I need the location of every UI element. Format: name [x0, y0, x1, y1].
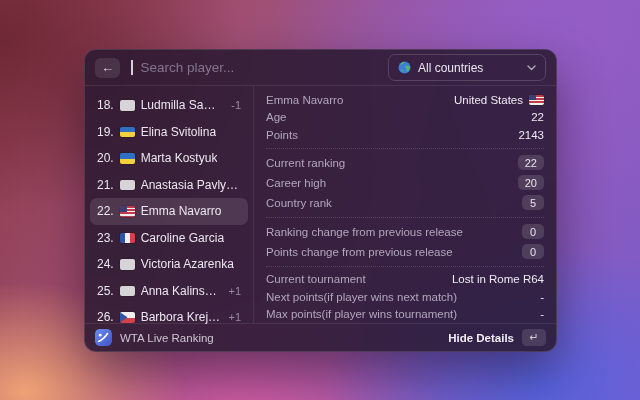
search-input[interactable]: Search player... [141, 60, 235, 75]
player-row[interactable]: 23.Caroline Garcia [90, 225, 248, 252]
back-button[interactable]: ← [95, 58, 120, 78]
text-cursor [131, 60, 133, 75]
hide-details-label: Hide Details [448, 332, 514, 344]
flag-neutral-icon [120, 259, 135, 270]
flag-ua-icon [120, 127, 135, 138]
detail-label: Points [266, 129, 298, 141]
rank-delta: +1 [228, 285, 241, 297]
flag-us-icon [529, 95, 544, 106]
detail-label: Emma Navarro [266, 94, 343, 106]
detail-value: United States [454, 94, 544, 106]
detail-label: Career high [266, 177, 326, 189]
flag-neutral-icon [120, 286, 135, 297]
section-divider [266, 266, 544, 267]
player-name: Marta Kostyuk [141, 151, 218, 165]
detail-row: Current tournamentLost in Rome R64 [266, 271, 544, 289]
detail-row: Age22 [266, 109, 544, 127]
detail-value-text: Lost in Rome R64 [452, 273, 544, 285]
player-row[interactable]: 18.Ludmilla Samsonova-1 [90, 92, 248, 119]
detail-label: Ranking change from previous release [266, 226, 463, 238]
enter-key-icon: ↵ [522, 329, 546, 346]
detail-value: - [540, 308, 544, 320]
main-content: 18.Ludmilla Samsonova-119.Elina Svitolin… [85, 86, 556, 323]
detail-value: 22 [531, 111, 544, 123]
rank-delta: -1 [231, 99, 241, 111]
wta-live-ranking-window: ← Search player... All countries 18.Ludm… [84, 49, 557, 352]
detail-value-badge: 22 [518, 155, 544, 170]
detail-row: Career high20 [266, 173, 544, 193]
section-divider [266, 148, 544, 149]
detail-label: Points change from previous release [266, 246, 453, 258]
flag-cz-icon [120, 312, 135, 323]
detail-label: Next points(if player wins next match) [266, 291, 457, 303]
detail-value: Lost in Rome R64 [452, 273, 544, 285]
back-arrow-icon: ← [101, 61, 114, 74]
country-filter-dropdown[interactable]: All countries [388, 54, 546, 81]
detail-label: Current tournament [266, 273, 366, 285]
detail-panel: Emma NavarroUnited StatesAge22Points2143… [254, 86, 556, 323]
player-row[interactable]: 20.Marta Kostyuk [90, 145, 248, 172]
player-name: Emma Navarro [141, 204, 222, 218]
detail-value: 2143 [518, 129, 544, 141]
player-row[interactable]: 21.Anastasia Pavlyuchenkova [90, 172, 248, 199]
flag-neutral-icon [120, 100, 135, 111]
chevron-down-icon [527, 65, 536, 71]
player-rank: 24. [97, 257, 114, 271]
flag-ua-icon [120, 153, 135, 164]
player-rank: 22. [97, 204, 114, 218]
detail-value-text: 22 [531, 111, 544, 123]
detail-row: Next points(if player wins next match)- [266, 288, 544, 306]
detail-value-text: 2143 [518, 129, 544, 141]
detail-row: Country rank5 [266, 193, 544, 213]
detail-value-text: United States [454, 94, 523, 106]
player-list: 18.Ludmilla Samsonova-119.Elina Svitolin… [85, 86, 254, 323]
detail-row: Points2143 [266, 126, 544, 144]
detail-label: Country rank [266, 197, 332, 209]
player-name: Elina Svitolina [141, 125, 216, 139]
detail-value-badge: 5 [522, 195, 544, 210]
player-name: Caroline Garcia [141, 231, 224, 245]
detail-label: Age [266, 111, 286, 123]
footer-bar: WTA Live Ranking Hide Details ↵ [85, 323, 556, 351]
player-row[interactable]: 22.Emma Navarro [90, 198, 248, 225]
detail-value-badge: 20 [518, 175, 544, 190]
player-rank: 20. [97, 151, 114, 165]
wta-app-icon [95, 329, 112, 346]
player-name: Anastasia Pavlyuchenkova [141, 178, 241, 192]
detail-value: - [540, 291, 544, 303]
player-name: Ludmilla Samsonova [141, 98, 225, 112]
section-divider [266, 217, 544, 218]
detail-label: Current ranking [266, 157, 345, 169]
flag-fr-icon [120, 233, 135, 244]
rank-delta: +1 [228, 311, 241, 323]
player-name: Victoria Azarenka [141, 257, 234, 271]
detail-row: Emma NavarroUnited States [266, 91, 544, 109]
player-rank: 18. [97, 98, 114, 112]
flag-neutral-icon [120, 180, 135, 191]
player-rank: 19. [97, 125, 114, 139]
detail-value-badge: 0 [522, 244, 544, 259]
detail-value-text: - [540, 308, 544, 320]
detail-value-badge: 0 [522, 224, 544, 239]
detail-row: Points change from previous release0 [266, 242, 544, 262]
detail-row: Max points(if player wins tournament)- [266, 306, 544, 324]
player-row[interactable]: 19.Elina Svitolina [90, 119, 248, 146]
flag-us-icon [120, 206, 135, 217]
player-name: Anna Kalinskaya [141, 284, 222, 298]
detail-row: Current ranking22 [266, 153, 544, 173]
player-row[interactable]: 24.Victoria Azarenka [90, 251, 248, 278]
country-filter-label: All countries [418, 61, 483, 75]
detail-label: Max points(if player wins tournament) [266, 308, 457, 320]
app-name-label: WTA Live Ranking [120, 332, 214, 344]
search-bar: ← Search player... All countries [85, 50, 556, 86]
player-rank: 25. [97, 284, 114, 298]
player-rank: 21. [97, 178, 114, 192]
globe-icon [398, 61, 411, 74]
detail-row: Ranking change from previous release0 [266, 222, 544, 242]
hide-details-button[interactable]: Hide Details ↵ [448, 329, 546, 346]
detail-value-text: - [540, 291, 544, 303]
player-row[interactable]: 25.Anna Kalinskaya+1 [90, 278, 248, 305]
player-rank: 23. [97, 231, 114, 245]
